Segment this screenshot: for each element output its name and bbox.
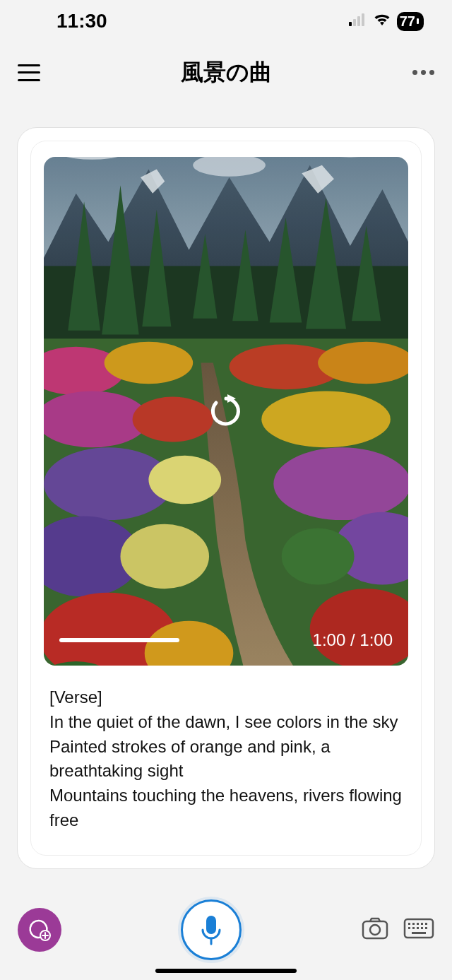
- lyrics-line: Mountains touching the heavens, rivers f…: [49, 784, 403, 833]
- svg-rect-1: [353, 19, 356, 26]
- svg-point-34: [370, 925, 380, 935]
- svg-rect-2: [357, 16, 360, 26]
- svg-rect-3: [362, 13, 364, 26]
- svg-rect-44: [421, 927, 423, 929]
- time-display: 1:00 / 1:00: [313, 630, 393, 650]
- app-header: 風景の曲: [0, 42, 452, 102]
- more-icon[interactable]: [412, 70, 434, 75]
- camera-button[interactable]: [361, 916, 389, 943]
- svg-rect-40: [425, 923, 427, 925]
- svg-rect-42: [412, 927, 415, 929]
- svg-rect-33: [363, 921, 387, 938]
- content-card-outer: 1:00 / 1:00 [Verse] In the quiet of the …: [17, 127, 435, 869]
- status-time: 11:30: [56, 10, 107, 33]
- battery-icon: 77: [397, 12, 424, 31]
- media-player[interactable]: 1:00 / 1:00: [44, 157, 408, 666]
- lyrics-block: [Verse] In the quiet of the dawn, I see …: [44, 685, 408, 833]
- svg-rect-31: [206, 916, 216, 934]
- svg-rect-43: [417, 927, 419, 929]
- chat-plus-icon: [28, 918, 52, 942]
- svg-rect-39: [421, 923, 423, 925]
- keyboard-button[interactable]: [403, 918, 434, 942]
- page-title: 風景の曲: [181, 57, 272, 88]
- microphone-icon: [197, 913, 225, 947]
- svg-rect-0: [349, 22, 352, 26]
- svg-rect-45: [425, 927, 427, 929]
- microphone-button[interactable]: [181, 899, 242, 960]
- svg-rect-4: [417, 18, 419, 24]
- lyrics-line: Painted strokes of orange and pink, a br…: [49, 735, 403, 784]
- keyboard-icon: [403, 918, 434, 939]
- svg-rect-46: [412, 932, 426, 934]
- progress-row: 1:00 / 1:00: [59, 630, 393, 650]
- battery-level: 77: [400, 13, 415, 30]
- svg-rect-41: [408, 927, 410, 929]
- content-card: 1:00 / 1:00 [Verse] In the quiet of the …: [30, 141, 422, 856]
- svg-rect-36: [408, 923, 410, 925]
- svg-rect-37: [412, 923, 415, 925]
- status-indicators: 77: [349, 12, 424, 31]
- wifi-icon: [373, 13, 391, 30]
- camera-icon: [361, 916, 389, 940]
- lyrics-tag: [Verse]: [49, 685, 403, 710]
- lyrics-line: In the quiet of the dawn, I see colors i…: [49, 710, 403, 735]
- cellular-icon: [349, 13, 367, 29]
- progress-bar[interactable]: [59, 638, 179, 642]
- menu-icon[interactable]: [18, 64, 40, 81]
- new-chat-button[interactable]: [18, 908, 61, 952]
- bottom-bar: [0, 892, 452, 980]
- status-bar: 11:30 77: [0, 0, 452, 42]
- home-indicator: [155, 969, 297, 973]
- reload-icon[interactable]: [208, 393, 244, 430]
- svg-rect-38: [417, 923, 419, 925]
